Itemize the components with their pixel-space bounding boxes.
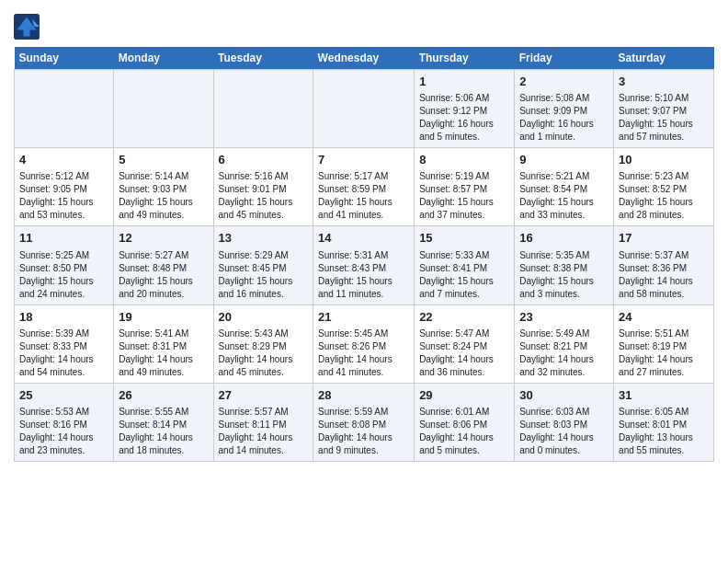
day-info: Sunset: 8:24 PM xyxy=(419,340,509,353)
calendar-cell: 15Sunrise: 5:33 AMSunset: 8:41 PMDayligh… xyxy=(415,226,515,304)
day-info: Sunrise: 5:39 AM xyxy=(19,327,108,340)
day-info: Daylight: 15 hours xyxy=(19,196,108,209)
day-info: Daylight: 15 hours xyxy=(619,118,709,131)
day-info: Daylight: 15 hours xyxy=(119,196,208,209)
calendar-cell: 28Sunrise: 5:59 AMSunset: 8:08 PMDayligh… xyxy=(313,383,415,461)
day-info: Daylight: 14 hours xyxy=(19,353,108,366)
day-info: Sunset: 8:54 PM xyxy=(519,183,609,196)
day-info: Sunrise: 5:23 AM xyxy=(619,170,709,183)
calendar-cell xyxy=(114,70,213,148)
calendar-cell xyxy=(313,70,415,148)
day-info: Sunset: 8:57 PM xyxy=(419,183,509,196)
calendar-cell: 30Sunrise: 6:03 AMSunset: 8:03 PMDayligh… xyxy=(515,383,614,461)
calendar-cell: 22Sunrise: 5:47 AMSunset: 8:24 PMDayligh… xyxy=(415,304,515,383)
calendar-cell xyxy=(15,70,114,148)
day-info: Sunrise: 5:16 AM xyxy=(219,170,309,183)
weekday-header-saturday: Saturday xyxy=(614,47,714,70)
day-info: Sunset: 9:09 PM xyxy=(519,105,609,118)
day-info: Daylight: 14 hours xyxy=(519,353,609,366)
day-info: Daylight: 14 hours xyxy=(619,353,709,366)
day-info: and 7 minutes. xyxy=(419,288,509,301)
day-info: Daylight: 14 hours xyxy=(19,431,108,444)
logo xyxy=(14,14,42,40)
day-info: Sunset: 8:03 PM xyxy=(519,419,609,431)
day-info: and 27 minutes. xyxy=(619,366,709,379)
calendar-cell: 12Sunrise: 5:27 AMSunset: 8:48 PMDayligh… xyxy=(114,226,213,304)
day-info: Sunrise: 5:25 AM xyxy=(19,249,108,262)
weekday-header-sunday: Sunday xyxy=(15,47,114,70)
day-info: Sunrise: 5:49 AM xyxy=(519,327,609,340)
day-info: Daylight: 15 hours xyxy=(318,275,409,288)
day-info: and 53 minutes. xyxy=(19,209,108,222)
calendar-cell: 26Sunrise: 5:55 AMSunset: 8:14 PMDayligh… xyxy=(114,383,213,461)
day-info: Sunrise: 5:17 AM xyxy=(318,170,409,183)
day-info: Sunset: 9:03 PM xyxy=(119,183,208,196)
day-number: 14 xyxy=(318,230,409,247)
day-number: 8 xyxy=(419,152,509,168)
day-number: 16 xyxy=(519,230,609,247)
day-number: 31 xyxy=(619,387,709,404)
day-info: Daylight: 14 hours xyxy=(219,431,309,444)
day-info: and 9 minutes. xyxy=(318,444,409,457)
day-info: Sunrise: 6:03 AM xyxy=(519,406,609,419)
day-number: 13 xyxy=(219,230,309,247)
day-info: Sunrise: 5:33 AM xyxy=(419,249,509,262)
day-number: 30 xyxy=(519,387,609,404)
day-info: Daylight: 14 hours xyxy=(619,275,709,288)
weekday-header-wednesday: Wednesday xyxy=(313,47,415,70)
weekday-header-row: SundayMondayTuesdayWednesdayThursdayFrid… xyxy=(15,47,714,70)
day-info: Daylight: 15 hours xyxy=(318,196,409,209)
calendar-cell: 5Sunrise: 5:14 AMSunset: 9:03 PMDaylight… xyxy=(114,148,213,226)
header xyxy=(14,9,714,40)
day-number: 18 xyxy=(19,309,108,326)
calendar-cell: 2Sunrise: 5:08 AMSunset: 9:09 PMDaylight… xyxy=(515,70,614,148)
day-info: and 28 minutes. xyxy=(619,209,709,222)
day-number: 17 xyxy=(619,230,709,247)
day-info: Daylight: 14 hours xyxy=(119,431,208,444)
day-info: Sunrise: 5:41 AM xyxy=(119,327,208,340)
calendar-cell: 16Sunrise: 5:35 AMSunset: 8:38 PMDayligh… xyxy=(515,226,614,304)
day-info: Sunset: 9:01 PM xyxy=(219,183,309,196)
day-number: 24 xyxy=(619,309,709,326)
day-number: 9 xyxy=(519,152,609,168)
day-info: Sunset: 9:12 PM xyxy=(419,105,509,118)
day-number: 21 xyxy=(318,309,409,326)
day-info: and 37 minutes. xyxy=(419,209,509,222)
day-number: 15 xyxy=(419,230,509,247)
day-info: Daylight: 16 hours xyxy=(419,118,509,131)
day-info: Sunset: 8:52 PM xyxy=(619,183,709,196)
calendar-cell: 19Sunrise: 5:41 AMSunset: 8:31 PMDayligh… xyxy=(114,304,213,383)
day-info: Daylight: 15 hours xyxy=(219,275,309,288)
day-info: Sunrise: 5:10 AM xyxy=(619,92,709,105)
day-info: Sunset: 9:05 PM xyxy=(19,183,108,196)
day-info: Sunset: 8:29 PM xyxy=(219,340,309,353)
day-info: Sunrise: 5:55 AM xyxy=(119,406,208,419)
day-info: Sunset: 8:01 PM xyxy=(619,419,709,431)
day-number: 10 xyxy=(619,152,709,168)
day-info: Sunset: 8:11 PM xyxy=(219,419,309,431)
day-info: Daylight: 15 hours xyxy=(519,196,609,209)
day-info: Sunset: 8:21 PM xyxy=(519,340,609,353)
day-info: and 16 minutes. xyxy=(219,288,309,301)
day-number: 25 xyxy=(19,387,108,404)
day-info: and 45 minutes. xyxy=(219,209,309,222)
calendar-cell: 21Sunrise: 5:45 AMSunset: 8:26 PMDayligh… xyxy=(313,304,415,383)
calendar-cell: 20Sunrise: 5:43 AMSunset: 8:29 PMDayligh… xyxy=(213,304,313,383)
day-info: Daylight: 14 hours xyxy=(318,431,409,444)
calendar-cell: 25Sunrise: 5:53 AMSunset: 8:16 PMDayligh… xyxy=(15,383,114,461)
day-number: 2 xyxy=(519,74,609,90)
calendar-cell: 17Sunrise: 5:37 AMSunset: 8:36 PMDayligh… xyxy=(614,226,714,304)
day-info: Sunset: 8:14 PM xyxy=(119,419,208,431)
day-info: Sunset: 8:45 PM xyxy=(219,262,309,275)
day-number: 1 xyxy=(419,74,509,90)
day-info: Sunset: 8:33 PM xyxy=(19,340,108,353)
weekday-header-thursday: Thursday xyxy=(415,47,515,70)
week-row-5: 25Sunrise: 5:53 AMSunset: 8:16 PMDayligh… xyxy=(15,383,714,461)
day-info: Sunrise: 5:06 AM xyxy=(419,92,509,105)
day-info: Daylight: 13 hours xyxy=(619,431,709,444)
calendar-cell: 14Sunrise: 5:31 AMSunset: 8:43 PMDayligh… xyxy=(313,226,415,304)
day-info: Sunrise: 5:45 AM xyxy=(318,327,409,340)
day-info: Sunrise: 5:29 AM xyxy=(219,249,309,262)
day-number: 20 xyxy=(219,309,309,326)
day-info: Daylight: 14 hours xyxy=(419,431,509,444)
